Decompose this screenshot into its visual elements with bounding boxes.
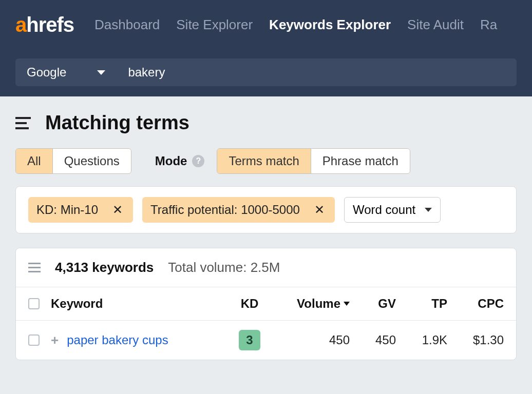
row-checkbox[interactable] (28, 334, 40, 346)
nav-links: Dashboard Site Explorer Keywords Explore… (94, 17, 497, 33)
filters-card: KD: Min-10 ✕ Traffic potential: 1000-500… (15, 186, 517, 233)
col-cpc[interactable]: CPC (447, 297, 504, 311)
keyword-link[interactable]: paper bakery cups (67, 333, 168, 347)
mode-label-text: Mode (155, 154, 187, 168)
search-input-wrap[interactable] (117, 58, 517, 86)
filter-chip-tp-label: Traffic potential: 1000-5000 (150, 203, 300, 217)
logo[interactable]: ahrefs (15, 13, 74, 36)
tab-questions[interactable]: Questions (52, 149, 131, 173)
total-volume: Total volume: 2.5M (168, 260, 280, 275)
nav-site-audit[interactable]: Site Audit (407, 17, 464, 33)
list-icon[interactable] (28, 263, 41, 272)
top-nav: ahrefs Dashboard Site Explorer Keywords … (0, 0, 532, 49)
help-icon[interactable]: ? (192, 155, 204, 167)
table-header: Keyword KD Volume GV TP CPC (16, 287, 516, 321)
col-kd[interactable]: KD (232, 297, 268, 311)
sort-desc-icon (344, 302, 350, 306)
nav-dashboard[interactable]: Dashboard (94, 17, 160, 33)
kd-badge: 3 (239, 330, 260, 350)
nav-keywords-explorer[interactable]: Keywords Explorer (269, 17, 391, 33)
chevron-down-icon (97, 70, 105, 75)
tab-terms-match[interactable]: Terms match (217, 149, 310, 173)
close-icon[interactable]: ✕ (312, 203, 327, 217)
expand-icon[interactable]: + (51, 332, 59, 348)
tab-all[interactable]: All (16, 149, 52, 173)
menu-icon[interactable] (15, 117, 31, 129)
title-row: Matching terms (15, 112, 517, 134)
select-all-checkbox[interactable] (28, 298, 40, 309)
type-segment: All Questions (15, 148, 131, 174)
filter-word-count-label: Word count (353, 203, 415, 217)
cell-cpc: $1.30 (447, 333, 504, 347)
tab-phrase-match[interactable]: Phrase match (311, 149, 410, 173)
filter-chip-tp[interactable]: Traffic potential: 1000-5000 ✕ (142, 197, 335, 223)
filter-chip-kd[interactable]: KD: Min-10 ✕ (28, 197, 133, 223)
nav-rank-truncated[interactable]: Ra (480, 17, 497, 33)
cell-gv: 450 (350, 333, 396, 347)
results-card: 4,313 keywords Total volume: 2.5M Keywor… (15, 248, 517, 360)
col-volume-label: Volume (297, 297, 340, 311)
close-icon[interactable]: ✕ (110, 203, 125, 217)
search-engine-label: Google (27, 65, 66, 80)
col-tp[interactable]: TP (396, 297, 447, 311)
mode-label: Mode ? (155, 154, 205, 168)
col-gv[interactable]: GV (350, 297, 396, 311)
col-keyword[interactable]: Keyword (51, 297, 232, 311)
filter-chip-kd-label: KD: Min-10 (36, 203, 98, 217)
filter-word-count[interactable]: Word count (344, 197, 441, 223)
search-bar: Google (0, 49, 532, 96)
search-input[interactable] (128, 65, 505, 80)
chevron-down-icon (425, 208, 432, 212)
page-title: Matching terms (45, 112, 189, 134)
logo-hrefs: hrefs (26, 13, 74, 36)
keyword-count: 4,313 keywords (55, 260, 154, 275)
search-engine-select[interactable]: Google (15, 58, 117, 86)
cell-volume: 450 (268, 333, 350, 347)
logo-a: a (15, 13, 26, 36)
nav-site-explorer[interactable]: Site Explorer (176, 17, 253, 33)
tabs-row: All Questions Mode ? Terms match Phrase … (15, 148, 517, 174)
page-body: Matching terms All Questions Mode ? Term… (0, 96, 532, 360)
results-head: 4,313 keywords Total volume: 2.5M (16, 248, 516, 287)
table-row: + paper bakery cups 3 450 450 1.9K $1.30 (16, 321, 516, 360)
mode-segment: Terms match Phrase match (217, 148, 410, 174)
cell-tp: 1.9K (396, 333, 447, 347)
col-volume[interactable]: Volume (268, 297, 350, 311)
